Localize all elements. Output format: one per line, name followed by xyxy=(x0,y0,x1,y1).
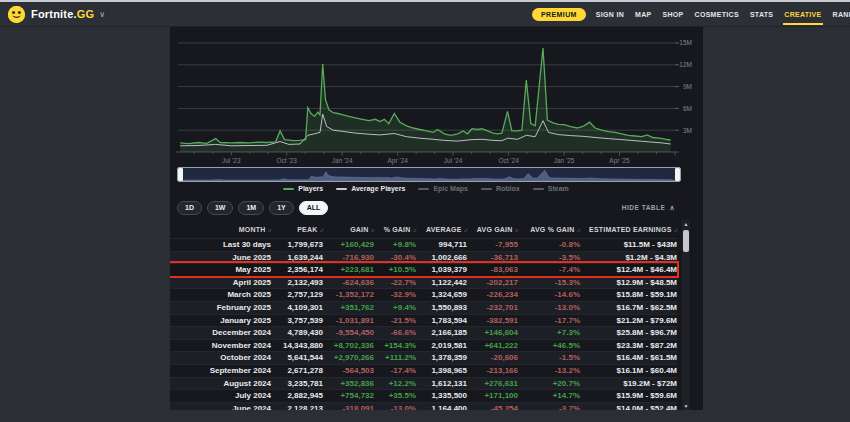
column-label: % GAIN xyxy=(384,226,411,233)
column-header-month[interactable]: MONTH↓↑ xyxy=(170,226,271,233)
cell-earnings: $14.0M - $52.4M xyxy=(580,403,677,410)
legend-label: Players xyxy=(298,185,323,192)
cell-avg_gain_pct: -17.7% xyxy=(518,315,580,327)
column-label: ESTIMATED EARNINGS xyxy=(589,226,671,233)
legend-item-roblox[interactable]: Roblox xyxy=(481,185,520,192)
fortnitegg-logo-icon[interactable] xyxy=(8,6,25,23)
scrollbar-thumb[interactable] xyxy=(683,230,689,252)
cell-avg_gain_pct: +20.7% xyxy=(518,378,580,390)
legend-item-epic-maps[interactable]: Epic Maps xyxy=(418,185,468,192)
column-header-avg-gain[interactable]: AVG GAIN↓↑ xyxy=(467,226,518,233)
cell-average: 1,039,379 xyxy=(416,264,467,276)
column-header--gain[interactable]: % GAIN↓↑ xyxy=(374,226,416,233)
cell-month: Last 30 days xyxy=(170,239,271,251)
nav-item-creative[interactable]: CREATIVE xyxy=(783,4,822,25)
svg-text:6M: 6M xyxy=(683,105,692,112)
column-label: PEAK xyxy=(297,226,317,233)
cell-avg_gain: -36,713 xyxy=(467,252,518,264)
hide-table-button[interactable]: HIDE TABLE ∧ xyxy=(616,203,681,213)
cell-average: 1,783,594 xyxy=(416,315,467,327)
scroll-down-icon[interactable]: ▼ xyxy=(682,402,690,410)
svg-text:9M: 9M xyxy=(683,83,692,90)
cell-earnings: $25.8M - $96.7M xyxy=(580,327,677,339)
column-label: AVG % GAIN xyxy=(530,226,574,233)
cell-gain: -1,031,891 xyxy=(323,315,374,327)
range-button-1y[interactable]: 1Y xyxy=(269,201,294,215)
cell-avg_gain: -232,701 xyxy=(467,302,518,314)
hide-table-label: HIDE TABLE xyxy=(622,204,666,211)
column-header-gain[interactable]: GAIN↓↑ xyxy=(323,226,374,233)
nav-item-stats[interactable]: STATS xyxy=(749,4,774,25)
cell-earnings: $1.2M - $4.3M xyxy=(580,252,677,264)
svg-text:Oct '24: Oct '24 xyxy=(498,157,519,164)
cell-earnings: $21.2M - $79.6M xyxy=(580,315,677,327)
brush-handle-right[interactable] xyxy=(675,168,680,181)
nav-item-cosmetics[interactable]: COSMETICS xyxy=(694,4,740,25)
svg-text:Apr '24: Apr '24 xyxy=(387,157,408,165)
legend-line-icon xyxy=(481,188,492,190)
cell-gain: +352,836 xyxy=(323,378,374,390)
legend-item-average-players[interactable]: Average Players xyxy=(336,185,405,192)
site-title[interactable]: Fortnite.GG xyxy=(31,8,94,20)
nav-item-rankings[interactable]: RANKINGS xyxy=(832,4,850,25)
table-row: September 20242,671,278-564,503-17.4%1,3… xyxy=(170,364,677,377)
cell-avg_gain_pct: +7.3% xyxy=(518,327,580,339)
brush-handle-left[interactable] xyxy=(178,168,183,181)
cell-month: April 2025 xyxy=(170,277,271,289)
cell-avg_gain_pct: -14.6% xyxy=(518,289,580,301)
cell-avg_gain_pct: -13.0% xyxy=(518,302,580,314)
range-button-1m[interactable]: 1M xyxy=(238,201,264,215)
cell-earnings: $23.3M - $87.2M xyxy=(580,340,677,352)
cell-avg_gain_pct: -15.3% xyxy=(518,277,580,289)
nav-item-shop[interactable]: SHOP xyxy=(662,4,685,25)
svg-text:Jul '23: Jul '23 xyxy=(222,157,241,164)
cell-gain: +223,681 xyxy=(323,264,374,276)
svg-text:12M: 12M xyxy=(679,61,692,68)
column-header-avg-gain[interactable]: AVG % GAIN↓↑ xyxy=(518,226,580,233)
sort-icon[interactable]: ↓↑ xyxy=(674,227,678,233)
range-button-all[interactable]: ALL xyxy=(299,201,329,215)
legend-label: Roblox xyxy=(496,185,520,192)
cell-earnings: $16.7M - $62.5M xyxy=(580,302,677,314)
cell-gain_pct: -30.4% xyxy=(374,252,416,264)
cell-month: January 2025 xyxy=(170,315,271,327)
cell-avg_gain: +146,604 xyxy=(467,327,518,339)
cell-gain: -318,091 xyxy=(323,403,374,410)
legend-line-icon xyxy=(283,188,294,190)
column-header-average[interactable]: AVERAGE↓↑ xyxy=(416,226,467,233)
cell-month: May 2025 xyxy=(170,264,271,276)
range-button-1d[interactable]: 1D xyxy=(177,201,202,215)
cell-average: 994,711 xyxy=(416,239,467,251)
cell-gain_pct: +154.3% xyxy=(374,340,416,352)
players-chart[interactable]: 15M12M9M6M3MJul '23Oct '23Jan '24Apr '24… xyxy=(170,27,703,167)
range-button-1w[interactable]: 1W xyxy=(207,201,234,215)
nav-item-map[interactable]: MAP xyxy=(634,4,652,25)
chevron-down-icon[interactable]: ∨ xyxy=(99,10,105,19)
cell-avg_gain_pct: -1.5% xyxy=(518,352,580,364)
table-row: Last 30 days1,799,673+160,429+9.8%994,71… xyxy=(170,238,677,251)
svg-text:Jul '24: Jul '24 xyxy=(444,157,463,164)
cell-avg_gain_pct: -3.7% xyxy=(518,403,580,410)
chart-range-brush[interactable] xyxy=(177,167,681,182)
table-row: April 20252,132,493-624,636-22.7%1,122,4… xyxy=(170,276,677,289)
cell-average: 1,002,666 xyxy=(416,252,467,264)
table-row: June 20242,128,213-318,091-13.0%1,164,40… xyxy=(170,402,677,410)
table-row: January 20253,757,539-1,031,891-21.5%1,7… xyxy=(170,314,677,327)
cell-gain_pct: +10.5% xyxy=(374,264,416,276)
cell-peak: 2,671,278 xyxy=(271,365,323,377)
cell-peak: 2,132,493 xyxy=(271,277,323,289)
scroll-up-icon[interactable]: ▲ xyxy=(682,220,690,228)
table-scrollbar[interactable]: ▲ ▼ xyxy=(682,220,690,410)
legend-item-steam[interactable]: Steam xyxy=(533,185,569,192)
cell-month: June 2024 xyxy=(170,403,271,410)
column-header-peak[interactable]: PEAK↓↑ xyxy=(271,226,323,233)
cell-peak: 2,882,945 xyxy=(271,390,323,402)
site-title-primary: Fortnite. xyxy=(31,8,77,20)
cell-gain: -624,636 xyxy=(323,277,374,289)
cell-earnings: $12.9M - $48.5M xyxy=(580,277,677,289)
premium-button[interactable]: PREMIUM xyxy=(532,8,586,21)
nav-item-sign-in[interactable]: SIGN IN xyxy=(595,4,625,25)
cell-avg_gain: -202,217 xyxy=(467,277,518,289)
legend-item-players[interactable]: Players xyxy=(283,185,323,192)
column-header-estimated-earnings[interactable]: ESTIMATED EARNINGS↓↑ xyxy=(580,226,677,233)
